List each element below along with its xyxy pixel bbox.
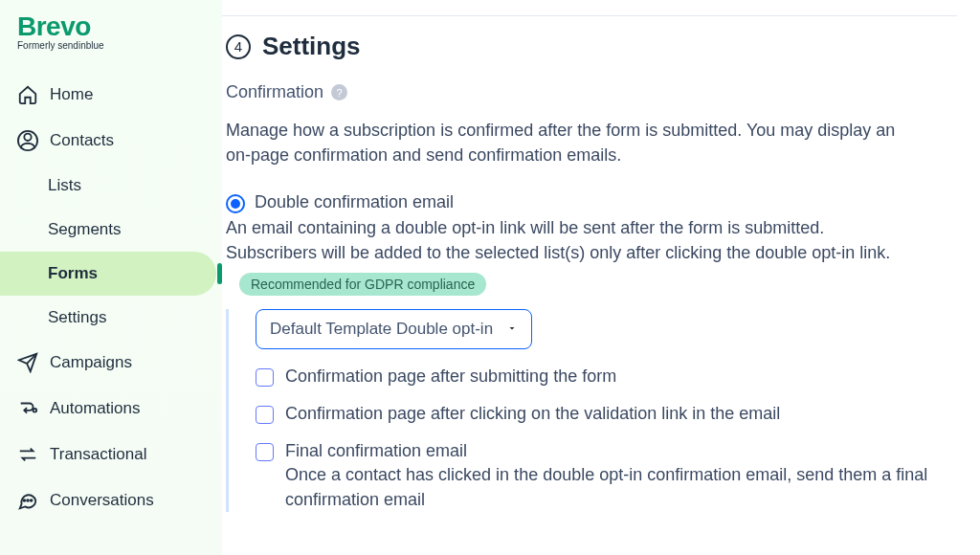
sidebar-item-forms[interactable]: Forms [0, 252, 216, 296]
section-label: Confirmation ? [226, 82, 957, 102]
sidebar-item-label: Conversations [50, 491, 154, 510]
radio-input[interactable] [226, 194, 245, 213]
gdpr-badge: Recommended for GDPR compliance [239, 273, 486, 296]
sidebar-item-campaigns[interactable]: Campaigns [0, 340, 216, 386]
sidebar-item-label: Campaigns [50, 353, 132, 372]
checkbox-final-email[interactable]: Final confirmation email Once a contact … [256, 441, 957, 511]
logo-block: Brevo Formerly sendinblue [0, 11, 222, 58]
step-header: 4 Settings [226, 32, 957, 61]
checkbox-confirm-page-validation[interactable]: Confirmation page after clicking on the … [256, 404, 957, 424]
checkbox-input[interactable] [256, 368, 274, 387]
step-number: 4 [226, 34, 251, 59]
logo: Brevo [17, 11, 205, 42]
template-select[interactable]: Default Template Double opt-in [256, 309, 532, 349]
chat-icon [17, 490, 38, 511]
sub-options: Default Template Double opt-in Confirmat… [226, 309, 957, 511]
checkbox-label: Final confirmation email [285, 441, 936, 461]
sidebar: Brevo Formerly sendinblue Home Contacts … [0, 0, 222, 555]
section-label-text: Confirmation [226, 82, 323, 102]
sidebar-item-label: Forms [48, 264, 98, 282]
sidebar-item-label: Contacts [50, 131, 114, 150]
sidebar-item-label: Lists [48, 176, 81, 194]
checkbox-label: Confirmation page after clicking on the … [285, 404, 780, 424]
send-icon [17, 352, 38, 373]
step-title: Settings [262, 32, 361, 61]
sidebar-item-label: Settings [48, 308, 106, 326]
svg-point-2 [33, 409, 37, 412]
sidebar-item-automations[interactable]: Automations [0, 386, 216, 432]
sidebar-item-segments[interactable]: Segments [0, 208, 216, 252]
help-icon[interactable]: ? [331, 84, 347, 100]
sidebar-item-label: Transactional [50, 445, 146, 464]
radio-description: An email containing a double opt-in link… [226, 215, 915, 265]
select-value: Default Template Double opt-in [270, 320, 493, 339]
svg-point-5 [31, 500, 33, 501]
contacts-icon [17, 130, 38, 151]
transactional-icon [17, 444, 38, 465]
nav: Home Contacts Lists Segments Forms Setti… [0, 72, 222, 523]
sidebar-item-label: Segments [48, 220, 122, 238]
checkbox-input[interactable] [256, 406, 274, 424]
checkbox-confirm-page-submit[interactable]: Confirmation page after submitting the f… [256, 366, 957, 387]
checkbox-label: Confirmation page after submitting the f… [285, 366, 616, 387]
main: 4 Settings Confirmation ? Manage how a s… [222, 0, 980, 555]
sidebar-item-conversations[interactable]: Conversations [0, 477, 216, 523]
svg-point-3 [23, 500, 25, 501]
sidebar-item-lists[interactable]: Lists [0, 164, 216, 208]
sidebar-item-label: Home [50, 85, 93, 104]
content: 4 Settings Confirmation ? Manage how a s… [222, 16, 980, 512]
radio-label: Double confirmation email [255, 192, 454, 212]
logo-tagline: Formerly sendinblue [17, 40, 205, 51]
checkbox-input[interactable] [256, 443, 274, 461]
sidebar-item-contacts[interactable]: Contacts [0, 118, 216, 164]
sidebar-item-transactional[interactable]: Transactional [0, 432, 216, 477]
svg-point-0 [24, 134, 31, 141]
automation-icon [17, 398, 38, 419]
caret-down-icon [506, 320, 518, 339]
svg-point-4 [27, 500, 29, 501]
section-description: Manage how a subscription is confirmed a… [226, 118, 915, 167]
checkbox-description: Once a contact has clicked in the double… [285, 463, 936, 511]
radio-double-confirmation[interactable]: Double confirmation email [226, 192, 957, 213]
home-icon [17, 84, 38, 105]
sidebar-item-home[interactable]: Home [0, 72, 216, 118]
sidebar-item-settings[interactable]: Settings [0, 296, 216, 340]
sidebar-item-label: Automations [50, 399, 141, 418]
